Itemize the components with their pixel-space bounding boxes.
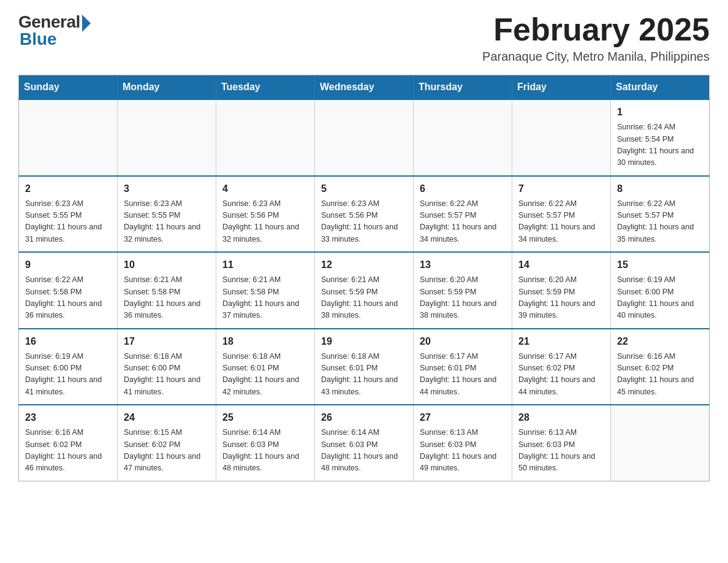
day-info: Sunrise: 6:16 AM Sunset: 6:02 PM Dayligh…	[617, 351, 703, 399]
day-info: Sunrise: 6:17 AM Sunset: 6:02 PM Dayligh…	[518, 351, 604, 399]
day-number: 24	[124, 410, 210, 425]
day-info: Sunrise: 6:20 AM Sunset: 5:59 PM Dayligh…	[518, 274, 604, 322]
logo: General Blue	[18, 12, 91, 49]
weekday-header-tuesday: Tuesday	[216, 75, 315, 100]
day-number: 6	[420, 182, 506, 196]
weekday-header-row: SundayMondayTuesdayWednesdayThursdayFrid…	[19, 75, 710, 100]
page-header: General Blue February 2025 Paranaque Cit…	[18, 12, 710, 64]
day-info: Sunrise: 6:21 AM Sunset: 5:58 PM Dayligh…	[124, 274, 210, 322]
day-number: 17	[124, 334, 210, 349]
day-number: 9	[25, 258, 111, 272]
day-number: 16	[25, 334, 111, 349]
day-cell: 20Sunrise: 6:17 AM Sunset: 6:01 PM Dayli…	[414, 329, 512, 405]
day-cell	[216, 99, 315, 176]
day-number: 8	[617, 182, 703, 196]
day-number: 19	[321, 334, 407, 349]
day-number: 26	[321, 410, 407, 425]
day-cell: 28Sunrise: 6:13 AM Sunset: 6:03 PM Dayli…	[512, 405, 611, 481]
day-number: 2	[25, 182, 111, 196]
day-number: 13	[420, 258, 506, 272]
day-cell: 14Sunrise: 6:20 AM Sunset: 5:59 PM Dayli…	[512, 252, 611, 329]
day-cell: 1Sunrise: 6:24 AM Sunset: 5:54 PM Daylig…	[611, 99, 710, 176]
day-cell: 19Sunrise: 6:18 AM Sunset: 6:01 PM Dayli…	[315, 329, 414, 405]
day-cell: 13Sunrise: 6:20 AM Sunset: 5:59 PM Dayli…	[414, 252, 512, 329]
day-cell: 18Sunrise: 6:18 AM Sunset: 6:01 PM Dayli…	[216, 329, 315, 405]
weekday-header-sunday: Sunday	[19, 75, 118, 100]
day-info: Sunrise: 6:24 AM Sunset: 5:54 PM Dayligh…	[617, 121, 703, 169]
calendar-table: SundayMondayTuesdayWednesdayThursdayFrid…	[18, 75, 710, 481]
day-cell	[611, 405, 710, 481]
weekday-header-monday: Monday	[118, 75, 216, 100]
day-cell: 7Sunrise: 6:22 AM Sunset: 5:57 PM Daylig…	[512, 176, 611, 253]
day-info: Sunrise: 6:17 AM Sunset: 6:01 PM Dayligh…	[420, 351, 506, 399]
day-info: Sunrise: 6:19 AM Sunset: 6:00 PM Dayligh…	[617, 274, 703, 322]
day-info: Sunrise: 6:13 AM Sunset: 6:03 PM Dayligh…	[518, 427, 604, 475]
day-number: 1	[617, 105, 703, 120]
day-info: Sunrise: 6:23 AM Sunset: 5:56 PM Dayligh…	[321, 198, 407, 246]
day-info: Sunrise: 6:14 AM Sunset: 6:03 PM Dayligh…	[222, 427, 308, 475]
day-cell: 24Sunrise: 6:15 AM Sunset: 6:02 PM Dayli…	[118, 405, 216, 481]
day-number: 3	[124, 182, 210, 196]
day-info: Sunrise: 6:14 AM Sunset: 6:03 PM Dayligh…	[321, 427, 407, 475]
day-cell: 16Sunrise: 6:19 AM Sunset: 6:00 PM Dayli…	[19, 329, 118, 405]
week-row-2: 2Sunrise: 6:23 AM Sunset: 5:55 PM Daylig…	[19, 176, 710, 253]
day-number: 10	[124, 258, 210, 272]
day-cell: 11Sunrise: 6:21 AM Sunset: 5:58 PM Dayli…	[216, 252, 315, 329]
day-number: 14	[518, 258, 604, 272]
day-cell: 21Sunrise: 6:17 AM Sunset: 6:02 PM Dayli…	[512, 329, 611, 405]
week-row-3: 9Sunrise: 6:22 AM Sunset: 5:58 PM Daylig…	[19, 252, 710, 329]
calendar-location: Paranaque City, Metro Manila, Philippine…	[482, 50, 710, 64]
day-info: Sunrise: 6:22 AM Sunset: 5:57 PM Dayligh…	[617, 198, 703, 246]
day-number: 21	[518, 334, 604, 349]
day-cell	[315, 99, 414, 176]
day-info: Sunrise: 6:22 AM Sunset: 5:58 PM Dayligh…	[25, 274, 111, 322]
day-number: 5	[321, 182, 407, 196]
week-row-4: 16Sunrise: 6:19 AM Sunset: 6:00 PM Dayli…	[19, 329, 710, 405]
day-cell	[118, 99, 216, 176]
day-info: Sunrise: 6:18 AM Sunset: 6:01 PM Dayligh…	[222, 351, 308, 399]
day-number: 25	[222, 410, 308, 425]
weekday-header-thursday: Thursday	[414, 75, 512, 100]
day-cell: 25Sunrise: 6:14 AM Sunset: 6:03 PM Dayli…	[216, 405, 315, 481]
calendar-title: February 2025	[482, 12, 710, 47]
day-info: Sunrise: 6:21 AM Sunset: 5:59 PM Dayligh…	[321, 274, 407, 322]
day-number: 15	[617, 258, 703, 272]
day-info: Sunrise: 6:15 AM Sunset: 6:02 PM Dayligh…	[124, 427, 210, 475]
day-number: 22	[617, 334, 703, 349]
day-info: Sunrise: 6:20 AM Sunset: 5:59 PM Dayligh…	[420, 274, 506, 322]
day-info: Sunrise: 6:22 AM Sunset: 5:57 PM Dayligh…	[420, 198, 506, 246]
day-cell: 9Sunrise: 6:22 AM Sunset: 5:58 PM Daylig…	[19, 252, 118, 329]
title-block: February 2025 Paranaque City, Metro Mani…	[482, 12, 710, 64]
weekday-header-wednesday: Wednesday	[315, 75, 414, 100]
day-cell: 4Sunrise: 6:23 AM Sunset: 5:56 PM Daylig…	[216, 176, 315, 253]
day-cell: 6Sunrise: 6:22 AM Sunset: 5:57 PM Daylig…	[414, 176, 512, 253]
week-row-5: 23Sunrise: 6:16 AM Sunset: 6:02 PM Dayli…	[19, 405, 710, 481]
day-cell: 27Sunrise: 6:13 AM Sunset: 6:03 PM Dayli…	[414, 405, 512, 481]
day-cell	[414, 99, 512, 176]
day-cell: 3Sunrise: 6:23 AM Sunset: 5:55 PM Daylig…	[118, 176, 216, 253]
day-info: Sunrise: 6:23 AM Sunset: 5:55 PM Dayligh…	[124, 198, 210, 246]
weekday-header-saturday: Saturday	[611, 75, 710, 100]
day-info: Sunrise: 6:13 AM Sunset: 6:03 PM Dayligh…	[420, 427, 506, 475]
day-cell: 23Sunrise: 6:16 AM Sunset: 6:02 PM Dayli…	[19, 405, 118, 481]
day-number: 4	[222, 182, 308, 196]
day-info: Sunrise: 6:23 AM Sunset: 5:55 PM Dayligh…	[25, 198, 111, 246]
logo-blue-text: Blue	[20, 29, 57, 49]
day-number: 27	[420, 410, 506, 425]
day-info: Sunrise: 6:16 AM Sunset: 6:02 PM Dayligh…	[25, 427, 111, 475]
day-cell: 26Sunrise: 6:14 AM Sunset: 6:03 PM Dayli…	[315, 405, 414, 481]
day-info: Sunrise: 6:21 AM Sunset: 5:58 PM Dayligh…	[222, 274, 308, 322]
day-number: 18	[222, 334, 308, 349]
day-number: 23	[25, 410, 111, 425]
day-cell	[512, 99, 611, 176]
weekday-header-friday: Friday	[512, 75, 611, 100]
day-cell: 8Sunrise: 6:22 AM Sunset: 5:57 PM Daylig…	[611, 176, 710, 253]
day-info: Sunrise: 6:22 AM Sunset: 5:57 PM Dayligh…	[518, 198, 604, 246]
day-cell: 2Sunrise: 6:23 AM Sunset: 5:55 PM Daylig…	[19, 176, 118, 253]
day-info: Sunrise: 6:23 AM Sunset: 5:56 PM Dayligh…	[222, 198, 308, 246]
day-cell	[19, 99, 118, 176]
day-cell: 17Sunrise: 6:18 AM Sunset: 6:00 PM Dayli…	[118, 329, 216, 405]
day-number: 28	[518, 410, 604, 425]
day-number: 7	[518, 182, 604, 196]
week-row-1: 1Sunrise: 6:24 AM Sunset: 5:54 PM Daylig…	[19, 99, 710, 176]
